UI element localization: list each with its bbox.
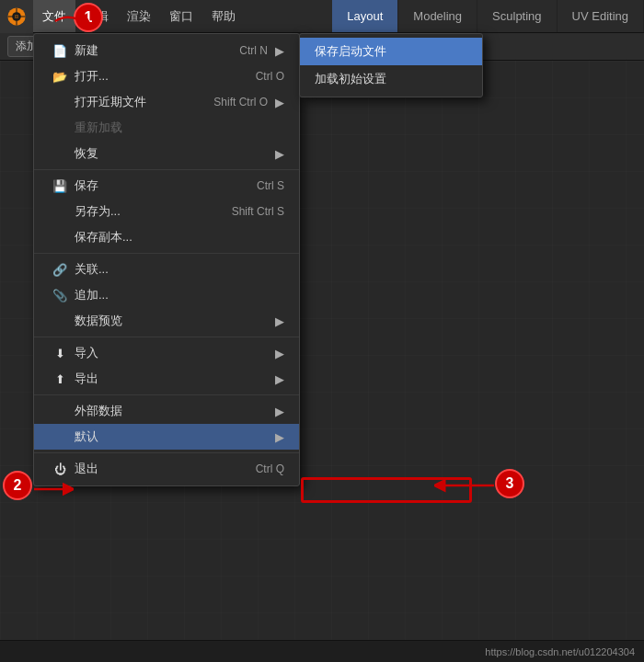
data-preview-label: 数据预览 xyxy=(75,313,268,329)
annotation-step3: 3 xyxy=(495,469,524,498)
save-as-label: 另存为... xyxy=(75,203,204,220)
tab-sculpting[interactable]: Sculpting xyxy=(477,0,557,32)
import-icon: ⬇ xyxy=(49,347,71,360)
file-menu-group: 文件 编辑 渲染 窗口 帮助 xyxy=(33,0,245,32)
menu-defaults[interactable]: 默认 ▶ xyxy=(34,424,299,450)
defaults-arrow: ▶ xyxy=(275,430,284,444)
quit-shortcut: Ctrl Q xyxy=(256,462,284,475)
step2-circle: 2 xyxy=(3,471,32,500)
save-icon: 💾 xyxy=(49,179,71,193)
separator-3 xyxy=(34,337,299,337)
menu-recover[interactable]: 恢复 ▶ xyxy=(34,141,299,166)
new-shortcut: Ctrl N xyxy=(239,44,268,57)
import-label: 导入 xyxy=(75,345,268,361)
open-recent-shortcut: Shift Ctrl O xyxy=(213,96,268,108)
menu-external-data[interactable]: 外部数据 ▶ xyxy=(34,398,299,424)
link-icon: 🔗 xyxy=(49,263,71,277)
menu-item-help[interactable]: 帮助 xyxy=(202,0,245,32)
annotation-step2: 2 xyxy=(3,471,32,500)
menu-revert: 重新加载 xyxy=(34,115,299,141)
export-label: 导出 xyxy=(75,371,268,387)
external-data-arrow: ▶ xyxy=(275,405,284,418)
separator-1 xyxy=(34,169,299,170)
quit-label: 退出 xyxy=(75,461,228,477)
open-icon: 📂 xyxy=(49,70,71,84)
menu-new[interactable]: 📄 新建 Ctrl N ▶ xyxy=(34,38,299,63)
link-label: 关联... xyxy=(75,261,284,278)
tab-modeling[interactable]: Modeling xyxy=(398,0,477,32)
data-preview-arrow: ▶ xyxy=(275,314,284,328)
status-bar: https://blog.csdn.net/u012204304 xyxy=(0,640,644,662)
open-recent-arrow: ▶ xyxy=(275,96,284,109)
annotation-step1: 1 xyxy=(74,3,103,32)
recover-label: 恢复 xyxy=(75,145,268,162)
load-factory-label: 加载初始设置 xyxy=(315,71,386,87)
new-icon: 📄 xyxy=(49,44,71,58)
workspace-tabs: Layout Modeling Sculpting UV Editing xyxy=(332,0,644,32)
menu-item-render[interactable]: 渲染 xyxy=(118,0,160,32)
save-copy-label: 保存副本... xyxy=(75,229,284,245)
separator-4 xyxy=(34,394,299,395)
status-url: https://blog.csdn.net/u012204304 xyxy=(485,646,635,657)
tab-uv-editing[interactable]: UV Editing xyxy=(558,0,644,32)
new-arrow: ▶ xyxy=(275,44,284,58)
blender-logo[interactable] xyxy=(0,0,33,33)
revert-label: 重新加载 xyxy=(75,120,284,136)
menu-save-as[interactable]: 另存为... Shift Ctrl S xyxy=(34,199,299,224)
external-data-label: 外部数据 xyxy=(75,403,268,419)
save-shortcut: Ctrl S xyxy=(257,179,284,192)
menu-open-recent[interactable]: 打开近期文件 Shift Ctrl O ▶ xyxy=(34,89,299,115)
open-recent-label: 打开近期文件 xyxy=(75,94,186,110)
append-label: 追加... xyxy=(75,287,284,303)
quit-icon: ⏻ xyxy=(49,462,71,476)
open-label: 打开... xyxy=(75,68,228,85)
menu-save[interactable]: 💾 保存 Ctrl S xyxy=(34,173,299,199)
step1-circle: 1 xyxy=(74,3,103,32)
menu-save-copy[interactable]: 保存副本... xyxy=(34,224,299,250)
open-shortcut: Ctrl O xyxy=(256,70,284,83)
import-arrow: ▶ xyxy=(275,347,284,360)
menu-link[interactable]: 🔗 关联... xyxy=(34,257,299,282)
menu-import[interactable]: ⬇ 导入 ▶ xyxy=(34,340,299,366)
menu-open[interactable]: 📂 打开... Ctrl O xyxy=(34,63,299,89)
defaults-label: 默认 xyxy=(75,428,268,445)
append-icon: 📎 xyxy=(49,289,71,302)
menu-item-file[interactable]: 文件 xyxy=(33,0,75,32)
menu-item-window[interactable]: 窗口 xyxy=(160,0,202,32)
menu-quit[interactable]: ⏻ 退出 Ctrl Q xyxy=(34,456,299,482)
separator-2 xyxy=(34,253,299,254)
file-dropdown-menu: 📄 新建 Ctrl N ▶ 📂 打开... Ctrl O 打开近期文件 Shif… xyxy=(33,33,300,486)
export-arrow: ▶ xyxy=(275,372,284,386)
save-label: 保存 xyxy=(75,177,229,194)
save-as-shortcut: Shift Ctrl S xyxy=(232,205,284,218)
menu-append[interactable]: 📎 追加... xyxy=(34,282,299,308)
new-label: 新建 xyxy=(75,42,212,59)
menu-data-preview[interactable]: 数据预览 ▶ xyxy=(34,308,299,334)
defaults-submenu: 保存启动文件 加载初始设置 xyxy=(299,33,483,97)
menu-export[interactable]: ⬆ 导出 ▶ xyxy=(34,366,299,392)
save-startup-label: 保存启动文件 xyxy=(315,43,386,60)
export-icon: ⬆ xyxy=(49,372,71,386)
step3-circle: 3 xyxy=(495,469,524,498)
submenu-save-startup[interactable]: 保存启动文件 xyxy=(300,38,482,65)
tab-layout[interactable]: Layout xyxy=(332,0,398,32)
submenu-load-factory[interactable]: 加载初始设置 xyxy=(300,65,482,93)
recover-arrow: ▶ xyxy=(275,147,284,161)
separator-5 xyxy=(34,452,299,453)
